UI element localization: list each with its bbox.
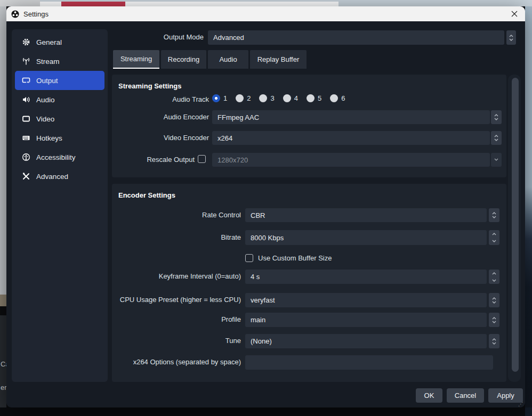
output-mode-spinner[interactable]	[506, 30, 516, 45]
content-scrollbar-thumb[interactable]	[512, 78, 519, 372]
sidebar-item-stream[interactable]: Stream	[15, 52, 104, 71]
bitrate-spinner[interactable]	[489, 230, 499, 245]
x264-options-label: x264 Options (separated by space)	[112, 357, 241, 367]
output-tabs: Streaming Recording Audio Replay Buffer	[113, 50, 307, 69]
video-encoder-spinner[interactable]	[491, 131, 502, 145]
sidebar-item-label: Accessibility	[36, 153, 76, 161]
audio-encoder-label: Audio Encoder	[123, 112, 209, 122]
encoder-settings-heading: Encoder Settings	[118, 191, 175, 199]
audio-track-option[interactable]: 4	[283, 94, 298, 102]
resize-grip[interactable]: ⋰	[518, 401, 523, 407]
tune-spinner[interactable]	[489, 334, 499, 348]
sidebar-item-label: Video	[36, 115, 54, 123]
background-top-red-bar	[61, 2, 125, 6]
gear-icon	[21, 38, 31, 46]
background-left-dark-bar	[0, 306, 6, 315]
sidebar-item-label: Hotkeys	[36, 134, 62, 142]
radio-icon	[307, 94, 315, 102]
radio-icon	[283, 94, 291, 102]
tune-select[interactable]: (None)	[245, 334, 487, 348]
encoder-settings-card: Encoder Settings Rate Control CBR Bitrat…	[112, 184, 506, 382]
sidebar-item-accessibility[interactable]: Accessibility	[15, 148, 104, 167]
rescale-output-select[interactable]: 1280x720	[212, 153, 490, 167]
cpu-usage-preset-spinner[interactable]	[489, 293, 499, 307]
audio-track-option[interactable]: 5	[307, 94, 321, 102]
sidebar-item-advanced[interactable]: Advanced	[15, 167, 104, 186]
ok-button[interactable]: OK	[416, 388, 442, 403]
apply-button[interactable]: Apply	[488, 388, 523, 403]
profile-spinner[interactable]	[489, 313, 499, 327]
tools-icon	[21, 172, 31, 181]
chevron-updown-icon	[491, 338, 497, 345]
streaming-settings-heading: Streaming Settings	[118, 82, 181, 90]
radio-icon	[236, 94, 244, 102]
profile-select[interactable]: main	[245, 313, 487, 327]
audio-track-label: Audio Track	[123, 95, 209, 104]
sidebar-item-output[interactable]: Output	[15, 71, 104, 90]
chevron-updown-icon	[491, 232, 497, 243]
sidebar-item-label: Output	[36, 77, 58, 85]
use-custom-buffer-label: Use Custom Buffer Size	[258, 254, 332, 262]
audio-track-option[interactable]: 3	[259, 94, 274, 102]
background-text-fragment: Ca	[1, 360, 6, 368]
output-mode-select[interactable]: Advanced	[208, 30, 504, 45]
audio-track-option[interactable]: 1	[212, 94, 227, 102]
background-left-window: Ca er	[0, 315, 6, 407]
tab-streaming[interactable]: Streaming	[113, 50, 159, 69]
broadcast-icon	[21, 57, 31, 66]
cancel-button[interactable]: Cancel	[447, 388, 484, 403]
audio-encoder-spinner[interactable]	[491, 110, 502, 124]
sidebar-item-audio[interactable]: Audio	[15, 90, 104, 109]
chevron-updown-icon	[491, 316, 497, 324]
desktop: Ca er Settings	[0, 0, 532, 416]
title-bar[interactable]: Settings	[6, 6, 525, 21]
keyframe-interval-spinner[interactable]	[489, 270, 499, 284]
radio-icon	[259, 94, 267, 102]
bitrate-spinbox[interactable]: 8000 Kbps	[245, 230, 487, 245]
rate-control-select[interactable]: CBR	[245, 208, 487, 222]
chevron-updown-icon	[491, 271, 497, 283]
close-icon	[511, 11, 518, 17]
speaker-icon	[21, 95, 31, 104]
audio-track-option[interactable]: 2	[236, 94, 251, 102]
x264-options-input[interactable]	[245, 355, 493, 370]
output-mode-value: Advanced	[213, 34, 244, 42]
bitrate-label: Bitrate	[112, 233, 241, 242]
background-text-fragment: er	[1, 384, 6, 391]
video-encoder-select[interactable]: x264	[212, 131, 490, 145]
sidebar-item-label: Advanced	[36, 173, 68, 181]
obs-logo-icon	[11, 10, 19, 18]
profile-label: Profile	[112, 315, 241, 324]
background-bottom-strip	[0, 407, 532, 416]
tab-audio[interactable]: Audio	[208, 50, 248, 69]
sidebar-item-video[interactable]: Video	[15, 109, 104, 128]
monitor-icon	[21, 115, 31, 123]
sidebar-item-hotkeys[interactable]: Hotkeys	[15, 128, 104, 148]
keyframe-interval-label: Keyframe Interval (0=auto)	[112, 272, 241, 281]
accessibility-icon	[21, 153, 31, 161]
chevron-updown-icon	[494, 113, 499, 121]
streaming-settings-card: Streaming Settings Audio Track 1 2 3 4 5…	[112, 75, 506, 177]
sidebar-item-label: General	[36, 38, 62, 46]
background-left-strip	[0, 6, 6, 295]
chevron-updown-icon	[494, 134, 499, 142]
rescale-output-dropdown-arrow[interactable]	[491, 153, 502, 167]
close-button[interactable]	[508, 8, 521, 20]
chevron-updown-icon	[509, 34, 514, 42]
background-left-patch	[0, 295, 6, 306]
use-custom-buffer-checkbox[interactable]	[245, 254, 253, 262]
tab-replay-buffer[interactable]: Replay Buffer	[250, 50, 307, 69]
tab-recording[interactable]: Recording	[161, 50, 206, 69]
background-right-strip	[525, 6, 532, 407]
keyboard-icon	[21, 134, 31, 142]
audio-track-option[interactable]: 6	[330, 94, 345, 102]
rescale-output-label: Rescale Output	[112, 155, 195, 165]
keyframe-interval-spinbox[interactable]: 4 s	[245, 270, 487, 284]
cpu-usage-preset-label: CPU Usage Preset (higher = less CPU)	[112, 295, 241, 305]
sidebar-item-general[interactable]: General	[15, 32, 104, 52]
cpu-usage-preset-select[interactable]: veryfast	[245, 293, 487, 307]
rescale-output-checkbox[interactable]	[198, 155, 206, 163]
output-icon	[21, 76, 31, 85]
audio-encoder-select[interactable]: FFmpeg AAC	[212, 110, 490, 124]
rate-control-spinner[interactable]	[489, 208, 499, 222]
